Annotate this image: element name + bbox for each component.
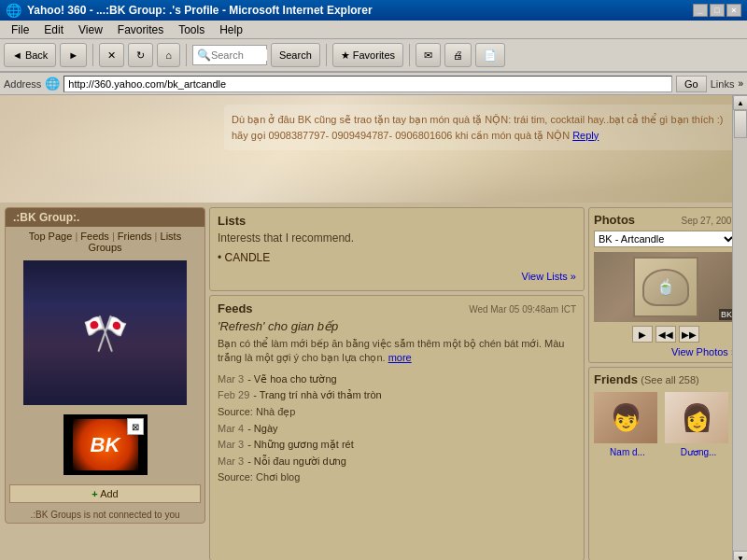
friend-item-2: 👩 Dương... (665, 392, 732, 458)
photos-title: Photos (594, 213, 635, 227)
album-select[interactable]: BK - Artcandle (594, 231, 737, 247)
address-label: Address (4, 78, 41, 90)
ie-icon: 🌐 (6, 3, 21, 18)
play-button[interactable]: ▶ (632, 326, 653, 343)
scroll-track[interactable] (733, 110, 747, 551)
menu-tools[interactable]: Tools (171, 21, 212, 38)
feed-source-2: Source: Chơi blog (218, 469, 576, 486)
friend-avatar-1[interactable]: 👦 (594, 392, 657, 443)
home-button[interactable]: ⌂ (157, 43, 180, 67)
reply-link[interactable]: Reply (572, 130, 599, 141)
candle-link[interactable]: CANDLE (225, 251, 271, 264)
center-content: Lists Interests that I recommend. CANDLE… (205, 207, 588, 560)
friends-title: Friends (594, 372, 638, 386)
page-content: Dù bạn ở đâu BK cũng sẽ trao tặn tay bạn… (0, 95, 747, 560)
star-icon: ★ (341, 49, 350, 62)
right-sidebar: Photos Sep 27, 2007 BK - Artcandle 🍵 BK (588, 207, 742, 560)
scroll-up-button[interactable]: ▲ (733, 95, 747, 110)
friends-header: Friends (See all 258) (594, 372, 737, 386)
page-icon: 🌐 (45, 77, 60, 91)
bk-group-box: .:BK Group:. Top Page | Feeds | Friends … (5, 207, 205, 524)
add-button[interactable]: + Add (9, 484, 201, 503)
friends-grid: 👦 Nam d... 👩 Dương... (594, 392, 737, 458)
forward-button[interactable]: ► (60, 43, 87, 67)
prev-button[interactable]: ◀◀ (655, 326, 676, 343)
feeds-title: Feeds (218, 301, 253, 315)
lists-title: Lists (218, 214, 576, 228)
menu-favorites[interactable]: Favorites (110, 21, 171, 38)
broken-image-icon: ⊠ (127, 418, 144, 435)
sidebar-nav-feeds[interactable]: Feeds (80, 231, 109, 242)
maximize-button[interactable]: □ (710, 4, 725, 17)
next-button[interactable]: ▶▶ (679, 326, 699, 343)
menu-edit[interactable]: Edit (36, 21, 71, 38)
menu-view[interactable]: View (71, 21, 110, 38)
toolbar-separator-3 (326, 44, 327, 66)
sidebar-note: .:BK Groups is not connected to you (6, 507, 204, 523)
toolbar-separator-4 (409, 44, 410, 66)
photos-box: Photos Sep 27, 2007 BK - Artcandle 🍵 BK (588, 207, 742, 363)
friend-name-1[interactable]: Nam d... (610, 447, 645, 457)
back-button[interactable]: ◄ Back (4, 43, 56, 67)
edit-page-button[interactable]: 📄 (475, 43, 505, 67)
close-button[interactable]: × (726, 4, 741, 17)
favorites-button[interactable]: ★ Favorites (332, 43, 403, 67)
feed-item-4: Mar 3 - Những gương mặt rét (218, 437, 576, 454)
friends-count: (See all 258) (641, 374, 698, 385)
scroll-down-button[interactable]: ▼ (733, 551, 747, 560)
feed-item-5: Mar 3 - Nỗi đau người dưng (218, 454, 576, 470)
plus-icon: + (92, 488, 97, 499)
minimize-button[interactable]: _ (693, 4, 708, 17)
lists-box: Lists Interests that I recommend. CANDLE… (209, 207, 585, 291)
search-box[interactable]: 🔍 (192, 45, 267, 65)
search-icon: 🔍 (197, 49, 211, 62)
links-expand-icon[interactable]: » (738, 78, 743, 89)
menu-file[interactable]: File (4, 21, 36, 38)
anime-artwork (23, 260, 187, 405)
photo-content: 🍵 (633, 257, 698, 317)
friend-name-2[interactable]: Dương... (681, 447, 717, 457)
stop-button[interactable]: ✕ (99, 43, 124, 67)
back-arrow-icon: ◄ (12, 49, 22, 61)
print-button[interactable]: 🖨 (444, 43, 472, 67)
toolbar-separator-2 (186, 44, 187, 66)
menu-help[interactable]: Help (212, 21, 250, 38)
feeds-date: Wed Mar 05 09:48am ICT (469, 304, 576, 315)
friend-avatar-2[interactable]: 👩 (665, 392, 728, 443)
feeds-more-link[interactable]: more (388, 352, 412, 363)
feeds-description: Bạn có thể làm mới bếp ăn bằng việc sắm … (218, 337, 576, 366)
view-lists-link[interactable]: View Lists » (218, 271, 576, 282)
feeds-main-title: 'Refresh' cho gian bếp (218, 319, 576, 333)
search-input[interactable] (211, 49, 267, 61)
lists-subtitle: Interests that I recommend. (218, 231, 576, 245)
main-layout: .:BK Group:. Top Page | Feeds | Friends … (0, 203, 747, 560)
menu-bar: File Edit View Favorites Tools Help (0, 21, 747, 39)
photo-thumbnail: 🍵 BK (594, 252, 737, 322)
sidebar-nav-toppage[interactable]: Top Page (29, 231, 72, 242)
mail-button[interactable]: ✉ (416, 43, 441, 67)
sidebar-title: .:BK Group:. (6, 208, 204, 227)
hero-text: Dù bạn ở đâu BK cũng sẽ trao tặn tay bạn… (224, 105, 738, 150)
window-controls: _ □ × (693, 4, 741, 17)
search-button[interactable]: Search (271, 43, 320, 67)
go-button[interactable]: Go (676, 76, 707, 92)
window-title: Yahoo! 360 - ...:BK Group: .'s Profile -… (27, 4, 373, 17)
view-photos-link[interactable]: View Photos » (594, 346, 737, 357)
address-input[interactable] (63, 76, 672, 92)
hero-banner: Dù bạn ở đâu BK cũng sẽ trao tặn tay bạn… (0, 95, 747, 203)
feeds-list: Mar 3 - Vẽ hoa cho tường Feb 29 - Trang … (218, 371, 576, 486)
feed-item-1: Mar 3 - Vẽ hoa cho tường (218, 371, 576, 388)
feed-item-3: Mar 4 - Ngày (218, 421, 576, 438)
sidebar-nav-lists[interactable]: Lists (161, 231, 182, 242)
links-label: Links (711, 78, 735, 90)
friend-item-1: 👦 Nam d... (594, 392, 661, 458)
scroll-thumb[interactable] (734, 110, 747, 138)
toolbar: ◄ Back ► ✕ ↻ ⌂ 🔍 Search ★ Favorites ✉ 🖨 … (0, 39, 747, 73)
bk-logo: BK ⊠ (63, 414, 148, 475)
feed-source-1: Source: Nhà đẹp (218, 404, 576, 421)
feeds-box: Feeds Wed Mar 05 09:48am ICT 'Refresh' c… (209, 295, 585, 560)
sidebar-nav-groups[interactable]: Groups (88, 242, 121, 253)
refresh-button[interactable]: ↻ (128, 43, 153, 67)
sidebar-nav-friends[interactable]: Friends (118, 231, 152, 242)
left-sidebar: .:BK Group:. Top Page | Feeds | Friends … (5, 207, 205, 560)
